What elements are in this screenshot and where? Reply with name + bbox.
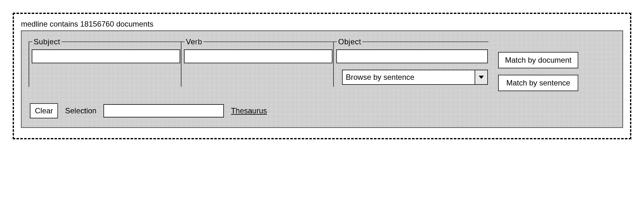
subject-label: Subject: [32, 37, 62, 46]
match-by-sentence-button[interactable]: Match by sentence: [498, 75, 578, 91]
status-line: medline contains 18156760 documents: [21, 20, 623, 28]
verb-fieldset: Verb: [181, 37, 333, 87]
top-row: Subject Verb Object Browse by sentence: [29, 37, 615, 91]
subject-fieldset: Subject: [29, 37, 181, 87]
verb-label: Verb: [185, 37, 203, 46]
match-by-document-button[interactable]: Match by document: [498, 52, 578, 68]
object-input[interactable]: [336, 49, 488, 63]
chevron-down-icon: [475, 70, 487, 84]
right-buttons: Match by document Match by sentence: [498, 37, 578, 91]
object-fieldset: Object Browse by sentence: [333, 37, 489, 87]
thesaurus-link[interactable]: Thesaurus: [231, 106, 267, 115]
object-label: Object: [337, 37, 362, 46]
verb-input[interactable]: [184, 49, 332, 63]
subject-input[interactable]: [32, 49, 180, 63]
outer-frame: medline contains 18156760 documents Subj…: [13, 13, 631, 139]
browse-select[interactable]: Browse by sentence: [342, 70, 488, 85]
bottom-row: Clear Selection Thesaurus: [29, 103, 615, 118]
selection-label: Selection: [65, 106, 96, 115]
selection-input[interactable]: [103, 104, 224, 117]
svo-group: Subject Verb Object Browse by sentence: [29, 37, 489, 87]
browse-select-text: Browse by sentence: [343, 70, 475, 84]
query-panel: Subject Verb Object Browse by sentence: [21, 30, 623, 128]
clear-button[interactable]: Clear: [30, 103, 58, 118]
